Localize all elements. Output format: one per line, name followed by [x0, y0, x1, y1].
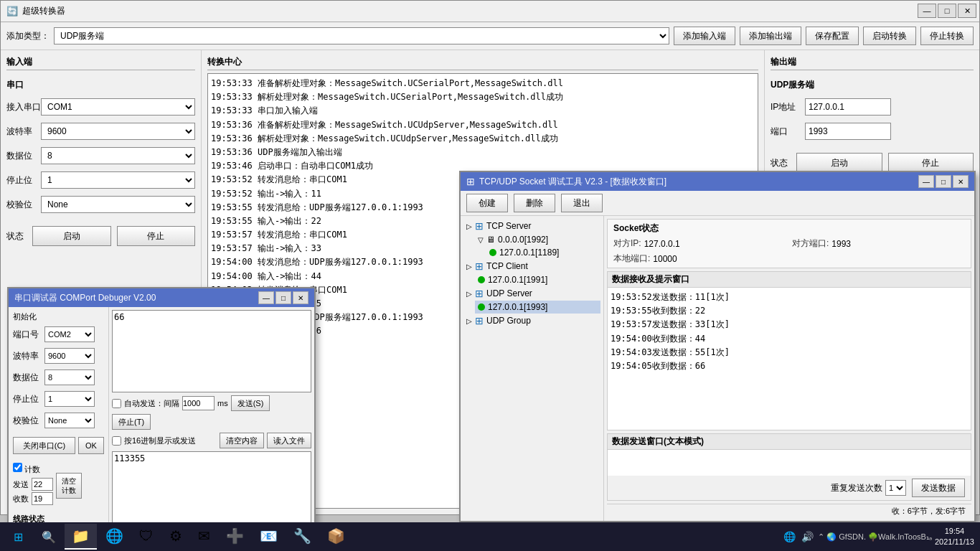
com-minimize-button[interactable]: —	[258, 291, 274, 304]
taskbar-edge[interactable]: 🌐	[98, 524, 131, 550]
tcp-exit-button[interactable]: 退出	[561, 194, 603, 212]
save-config-button[interactable]: 保存配置	[806, 27, 859, 45]
com-recv-count-input[interactable]	[32, 492, 53, 505]
output-start-button[interactable]: 启动	[796, 153, 882, 173]
taskbar-items: 📁 🌐 🛡 ⚙ ✉ ➕ 📧 🔧 📦	[62, 524, 782, 550]
com-parity-select[interactable]: None	[44, 413, 95, 428]
tcp-maximize-button[interactable]: □	[936, 175, 951, 188]
tcp-close-button[interactable]: ✕	[953, 175, 969, 188]
taskbar-mail[interactable]: ✉	[191, 524, 217, 550]
tcp-send-controls: 重复发送次数 1 发送数据	[608, 476, 971, 500]
com-stop-select[interactable]: 1	[44, 391, 95, 407]
com-maximize-button[interactable]: □	[275, 291, 291, 304]
socket-status-title: Socket状态	[613, 222, 965, 235]
tcp-server-parent-label: 0.0.0.0[1992]	[498, 235, 548, 245]
app-title: 超级转换器	[22, 5, 65, 17]
tcp-delete-button[interactable]: 删除	[514, 194, 555, 212]
file-explorer-icon: 📁	[72, 527, 90, 545]
tcp-server-parent-item[interactable]: ▽ 🖥 0.0.0.0[1992]	[475, 233, 600, 246]
taskbar-file-explorer[interactable]: 📁	[65, 524, 97, 550]
com-close-port-button[interactable]: 关闭串口(C)	[13, 437, 75, 454]
com-port-row: 端口号 COM2	[13, 326, 104, 342]
com-port-select[interactable]: COM1	[41, 98, 195, 116]
serial-port-title: 串口	[6, 79, 195, 91]
baud-rate-select[interactable]: 9600	[41, 123, 195, 140]
search-button[interactable]: 🔍	[36, 522, 62, 551]
tcp-toolbar: 创建 删除 退出	[461, 191, 974, 216]
input-stop-button[interactable]: 停止	[117, 226, 196, 246]
udp-group-item[interactable]: ▷ ⊞ UDP Group	[463, 314, 600, 328]
com-clear-count-button[interactable]: 清空计数	[56, 473, 82, 499]
add-type-select[interactable]: UDP服务端 TCP服务端 TCP客户端 串口	[54, 27, 669, 44]
tcp-client-child[interactable]: 127.0.0.1[1991]	[475, 273, 600, 286]
tcp-minimize-button[interactable]: —	[918, 175, 934, 188]
tcp-server-parent-expand: ▽	[478, 236, 484, 244]
port-input[interactable]	[805, 123, 891, 140]
taskbar-store[interactable]: ➕	[219, 524, 251, 550]
settings-icon: ⚙	[169, 527, 182, 545]
data-bits-select[interactable]: 8	[41, 147, 195, 164]
add-output-button[interactable]: 添加输出端	[740, 27, 801, 45]
taskbar-tool2[interactable]: 🔧	[286, 524, 319, 550]
com-close-button[interactable]: ✕	[293, 291, 308, 304]
com-port-select[interactable]: COM2	[44, 326, 95, 342]
hex-checkbox[interactable]	[112, 436, 121, 446]
close-button[interactable]: ✕	[958, 4, 976, 18]
com-send-recv-area: 66 自动发送：间隔 ms 发送(S) 停止(T) 按16进制显示或发	[112, 310, 311, 534]
tcp-client-item[interactable]: ▷ ⊞ TCP Client	[463, 259, 600, 273]
com-clear-button[interactable]: 清空内容	[220, 433, 264, 448]
tcp-server-child-item[interactable]: 127.0.0.1[1189]	[486, 246, 600, 259]
maximize-button[interactable]: □	[938, 4, 956, 18]
taskbar: ⊞ 🔍 📁 🌐 🛡 ⚙ ✉ ➕ 📧	[0, 522, 980, 551]
volume-icon[interactable]: 🔊	[800, 531, 815, 542]
tcp-server-item[interactable]: ▷ ⊞ TCP Server	[463, 219, 600, 233]
ip-input[interactable]	[805, 98, 891, 116]
local-port-item: 本地端口: 10000	[613, 253, 786, 265]
tcp-recv-log[interactable]: 19:53:52发送数据：11[1次]19:53:55收到数据：2219:53:…	[608, 288, 971, 430]
udp-server-child[interactable]: 127.0.0.1[1993]	[475, 301, 600, 314]
minimize-button[interactable]: —	[918, 4, 936, 18]
interval-input[interactable]	[182, 396, 215, 410]
output-stop-button[interactable]: 停止	[888, 153, 974, 173]
auto-send-checkbox[interactable]	[112, 399, 121, 408]
count-checkbox[interactable]	[13, 463, 22, 472]
taskbar-package[interactable]: 📦	[320, 524, 352, 550]
stop-convert-button[interactable]: 停止转换	[920, 27, 974, 45]
parity-select[interactable]: None	[41, 196, 195, 213]
com-load-button[interactable]: 读入文件	[267, 433, 311, 448]
network-icon[interactable]: 🌐	[782, 531, 797, 542]
udp-server-item[interactable]: ▷ ⊞ UDP Server	[463, 286, 600, 301]
taskbar-settings[interactable]: ⚙	[162, 524, 189, 550]
remote-ip-value: 127.0.0.1	[644, 239, 680, 249]
com-send-count-input[interactable]	[32, 478, 53, 491]
com-send-button[interactable]: 发送(S)	[231, 395, 270, 411]
com-send-textarea[interactable]: 66	[112, 310, 311, 392]
window-controls: — □ ✕	[918, 4, 976, 18]
tcp-log-line: 19:54:00收到数据：44	[611, 332, 968, 346]
tcp-send-area[interactable]	[608, 450, 971, 476]
tcp-client-expand-icon: ▷	[466, 263, 472, 270]
com-ok-button[interactable]: OK	[78, 437, 104, 454]
com-stop-row: 停止位 1	[13, 391, 104, 407]
tcp-repeat-select[interactable]: 1	[885, 480, 906, 496]
tcp-repeat-row: 重复发送次数 1	[831, 480, 906, 496]
tool1-icon: 📧	[260, 527, 278, 545]
tcp-send-button[interactable]: 发送数据	[912, 479, 965, 497]
hex-label: 按16进制显示或发送	[124, 435, 196, 446]
tcp-create-button[interactable]: 创建	[466, 194, 508, 212]
com-left-panel: 初始化 端口号 COM2 波特率 9600 数据位 8	[9, 307, 109, 537]
tcp-client-children: 127.0.0.1[1991]	[475, 273, 600, 286]
com-recv-textarea[interactable]: 113355	[112, 451, 311, 534]
add-input-button[interactable]: 添加输入端	[674, 27, 735, 45]
tcp-window-controls: — □ ✕	[918, 175, 969, 188]
taskbar-security[interactable]: 🛡	[132, 524, 161, 550]
com-baud-select[interactable]: 9600	[44, 348, 95, 364]
output-panel-title: 输出端	[771, 56, 974, 70]
start-button[interactable]: ⊞	[0, 522, 36, 551]
stop-bits-select[interactable]: 1	[41, 171, 195, 189]
input-start-button[interactable]: 启动	[32, 226, 111, 246]
taskbar-tool1[interactable]: 📧	[253, 524, 285, 550]
start-convert-button[interactable]: 启动转换	[863, 27, 916, 45]
com-data-select[interactable]: 8	[44, 369, 95, 385]
com-stop-send-button[interactable]: 停止(T)	[112, 414, 151, 430]
